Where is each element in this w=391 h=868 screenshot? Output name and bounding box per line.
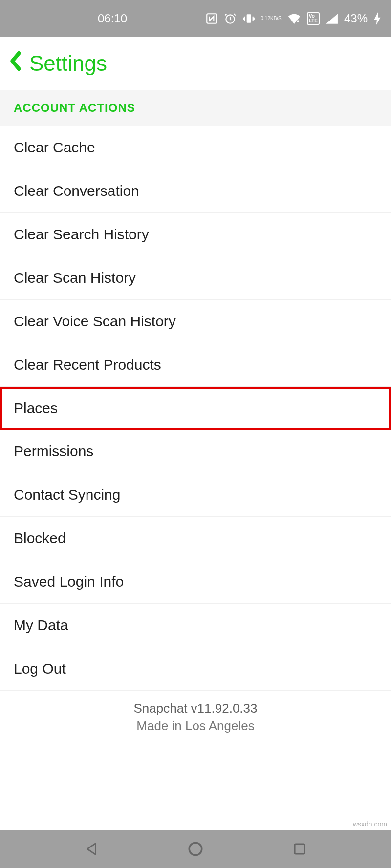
battery-text: 43% <box>344 12 368 25</box>
status-icons: 0.12 KB/S VoLTE 43% <box>205 12 381 25</box>
watermark: wsxdn.com <box>353 820 387 828</box>
svg-point-4 <box>297 20 299 22</box>
section-account-actions: ACCOUNT ACTIONS <box>0 90 391 126</box>
wifi-icon <box>287 13 301 24</box>
data-rate: 0.12 KB/S <box>261 16 282 21</box>
alarm-icon <box>224 12 237 25</box>
list-item-blocked[interactable]: Blocked <box>0 517 391 560</box>
app-version-footer: Snapchat v11.92.0.33 Made in Los Angeles <box>0 691 391 735</box>
page-title: Settings <box>29 51 107 76</box>
list-item-clear-scan-history[interactable]: Clear Scan History <box>0 256 391 300</box>
list-item-clear-recent-products[interactable]: Clear Recent Products <box>0 343 391 387</box>
signal-icon <box>326 13 338 24</box>
list-item-contact-syncing[interactable]: Contact Syncing <box>0 473 391 517</box>
volte-icon: VoLTE <box>307 12 320 25</box>
nfc-icon <box>205 12 218 25</box>
android-nav-bar <box>0 830 391 868</box>
settings-list: Clear CacheClear ConversationClear Searc… <box>0 126 391 691</box>
list-item-clear-conversation[interactable]: Clear Conversation <box>0 169 391 213</box>
list-item-permissions[interactable]: Permissions <box>0 430 391 473</box>
settings-header: Settings <box>0 37 391 90</box>
list-item-log-out[interactable]: Log Out <box>0 647 391 691</box>
list-item-clear-search-history[interactable]: Clear Search History <box>0 213 391 256</box>
svg-rect-6 <box>295 844 304 854</box>
nav-back-icon[interactable] <box>82 839 101 859</box>
charging-icon <box>373 12 381 25</box>
list-item-clear-voice-scan-history[interactable]: Clear Voice Scan History <box>0 300 391 343</box>
app-version: Snapchat v11.92.0.33 <box>0 699 391 717</box>
svg-point-5 <box>189 843 202 855</box>
list-item-clear-cache[interactable]: Clear Cache <box>0 126 391 169</box>
status-time: 06:10 <box>98 12 127 25</box>
list-item-my-data[interactable]: My Data <box>0 604 391 647</box>
nav-home-icon[interactable] <box>186 839 205 859</box>
svg-rect-2 <box>246 14 251 22</box>
list-item-places[interactable]: Places <box>0 387 391 430</box>
list-item-saved-login-info[interactable]: Saved Login Info <box>0 560 391 604</box>
nav-recent-icon[interactable] <box>290 839 309 859</box>
status-bar: 06:10 0.12 KB/S VoLTE 43% <box>0 0 391 37</box>
app-location: Made in Los Angeles <box>0 717 391 735</box>
back-icon[interactable] <box>10 51 22 76</box>
vibrate-icon <box>242 12 255 25</box>
